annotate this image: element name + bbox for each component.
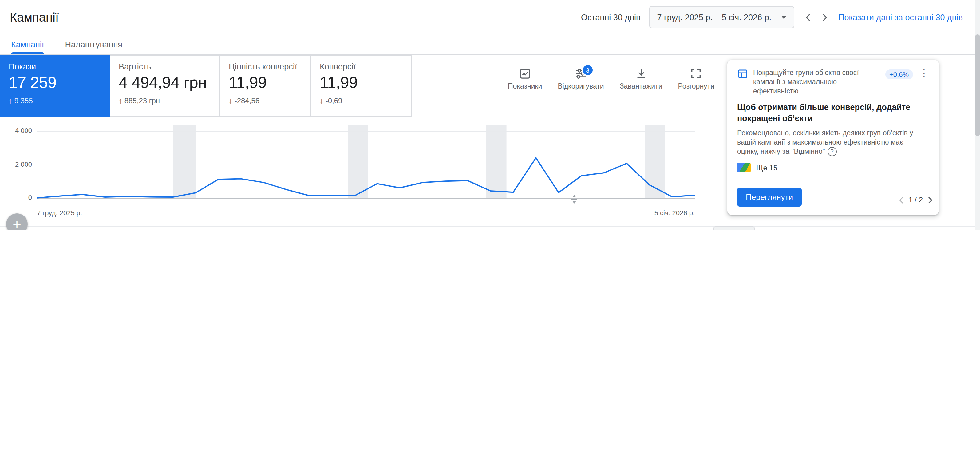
scorecard-label: Вартість bbox=[119, 62, 211, 71]
chart-resize-handle[interactable] bbox=[571, 195, 578, 206]
adjust-icon: 3 bbox=[575, 68, 587, 80]
next-period-button[interactable] bbox=[822, 13, 827, 22]
scorecard-value: 11,99 bbox=[229, 73, 302, 92]
google-ads-campaigns-page: Кампанії Останні 30 днів 7 груд. 2025 р.… bbox=[0, 0, 980, 230]
date-range-label: Останні 30 днів bbox=[581, 13, 640, 22]
reports-button[interactable]: Звіти bbox=[758, 226, 800, 230]
reports-icon bbox=[773, 229, 784, 230]
scorecard-impressions[interactable]: Покази 17 259 ↑ 9 355 bbox=[0, 55, 110, 117]
recommendation-assets: Ще 15 bbox=[737, 163, 930, 172]
download-button[interactable]: Завантаж... bbox=[803, 226, 845, 230]
previous-period-button[interactable] bbox=[805, 13, 811, 22]
adjust-button[interactable]: 3 Відкоригувати bbox=[558, 68, 604, 90]
download-chart-button[interactable]: Завантажити bbox=[620, 68, 662, 90]
more-assets-label: Ще 15 bbox=[756, 164, 778, 172]
recommendation-body-text: Рекомендовано, оскільки якість деяких гр… bbox=[737, 129, 913, 155]
more-icon bbox=[908, 229, 919, 230]
help-icon[interactable]: ? bbox=[827, 147, 837, 156]
scorecard-delta: ↑ 885,23 грн bbox=[119, 97, 211, 105]
scorecard-value: 17 259 bbox=[9, 73, 101, 92]
search-button[interactable]: Шукати bbox=[620, 226, 662, 230]
image-thumbnail bbox=[737, 163, 751, 172]
page-indicator: 1 / 2 bbox=[908, 196, 923, 204]
scorecard-conv-value[interactable]: Цінність конверсії 11,99 ↓ -284,56 bbox=[220, 55, 311, 117]
scorecard-delta: ↓ -284,56 bbox=[229, 97, 302, 105]
scorecards: Покази 17 259 ↑ 9 355 Вартість 4 494,94 … bbox=[0, 55, 412, 117]
page-title: Кампанії bbox=[10, 10, 59, 24]
y-tick-4000: 4 000 bbox=[6, 127, 32, 134]
y-tick-2000: 2 000 bbox=[6, 161, 32, 168]
recommendation-body: Рекомендовано, оскільки якість деяких гр… bbox=[737, 129, 926, 156]
prev-recommendation-icon[interactable] bbox=[899, 196, 904, 204]
scorecard-label: Конверсії bbox=[320, 62, 403, 71]
recommendation-pager: 1 / 2 bbox=[899, 196, 933, 204]
expand-icon bbox=[863, 229, 874, 230]
y-tick-0: 0 bbox=[6, 194, 32, 201]
segment-icon bbox=[682, 229, 693, 230]
add-button[interactable]: + bbox=[6, 213, 28, 230]
segment-button[interactable]: Сегментув... bbox=[665, 226, 710, 230]
scorecard-label: Покази bbox=[9, 62, 101, 71]
scorecard-label: Цінність конверсії bbox=[229, 62, 302, 71]
date-nav bbox=[805, 13, 827, 22]
asset-group-icon bbox=[737, 68, 748, 82]
download-icon bbox=[635, 68, 647, 80]
impressions-line-chart bbox=[37, 125, 695, 199]
dropdown-caret-icon bbox=[781, 16, 786, 19]
adjust-badge: 3 bbox=[582, 64, 594, 76]
columns-icon bbox=[729, 229, 740, 230]
recommendation-title: Щоб отримати більше конверсій, додайте п… bbox=[737, 102, 923, 124]
scorecard-value: 11,99 bbox=[320, 73, 403, 92]
tab-campaigns[interactable]: Кампанії bbox=[11, 35, 44, 54]
scorecard-delta: ↓ -0,69 bbox=[320, 97, 403, 105]
scorecard-conversions[interactable]: Конверсії 11,99 ↓ -0,69 bbox=[311, 55, 412, 117]
more-button[interactable]: Більше bbox=[893, 226, 934, 230]
columns-button[interactable]: Стовпці bbox=[713, 226, 755, 230]
expand-chart-button[interactable]: Розгорнути bbox=[678, 68, 714, 90]
recommendation-card: Покращуйте групи об’єктів своєї кампанії… bbox=[727, 60, 939, 215]
search-icon bbox=[636, 229, 647, 230]
uplift-badge: +0,6% bbox=[885, 70, 913, 80]
scorecard-delta: ↑ 9 355 bbox=[9, 97, 101, 105]
review-button[interactable]: Переглянути bbox=[737, 188, 802, 207]
tab-bar: Кампанії Налаштування bbox=[0, 35, 975, 55]
x-axis-start-label: 7 груд. 2025 р. bbox=[37, 209, 82, 216]
recommendation-header: Покращуйте групи об’єктів своєї кампанії… bbox=[753, 68, 880, 96]
scrollbar-thumb[interactable] bbox=[975, 35, 980, 136]
chart-toolbar: Показники 3 Відкоригувати Завантажити Ро… bbox=[508, 68, 714, 90]
filter-bar: Додати фільтр Шукати Сегментув... Стовпц… bbox=[0, 226, 975, 230]
show-last-30-days-link[interactable]: Показати дані за останні 30 днів bbox=[838, 13, 963, 22]
next-recommendation-icon[interactable] bbox=[928, 196, 933, 204]
date-range-selector[interactable]: 7 груд. 2025 р. – 5 січ. 2026 р. bbox=[649, 6, 794, 28]
download-icon bbox=[818, 229, 829, 230]
expand-table-button[interactable]: Розгорнути bbox=[848, 226, 889, 230]
metrics-button[interactable]: Показники bbox=[508, 68, 542, 90]
table-tools: Шукати Сегментув... Стовпці Звіти Завант… bbox=[620, 226, 934, 230]
date-range-value: 7 груд. 2025 р. – 5 січ. 2026 р. bbox=[657, 13, 771, 22]
x-axis-end-label: 5 січ. 2026 р. bbox=[615, 209, 695, 216]
metrics-icon bbox=[519, 68, 531, 80]
scorecard-value: 4 494,94 грн bbox=[119, 73, 211, 92]
vertical-scrollbar[interactable] bbox=[975, 0, 980, 230]
top-bar: Кампанії Останні 30 днів 7 груд. 2025 р.… bbox=[0, 0, 975, 35]
scorecard-cost[interactable]: Вартість 4 494,94 грн ↑ 885,23 грн bbox=[110, 55, 220, 117]
expand-icon bbox=[690, 68, 702, 80]
tab-settings[interactable]: Налаштування bbox=[65, 35, 123, 54]
more-options-icon[interactable]: ⋮ bbox=[918, 68, 930, 78]
